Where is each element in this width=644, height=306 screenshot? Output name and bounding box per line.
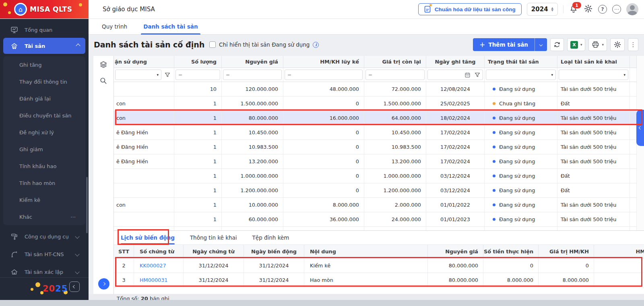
column-header[interactable]: Số chứng từ <box>134 245 184 258</box>
sidebar-subitem-đánh-giá-lại[interactable]: Đánh giá lại <box>3 90 85 107</box>
column-header[interactable]: Loại tài sản kê khai <box>557 56 630 68</box>
table-row[interactable]: ê Đăng Hiền113.200.000013.200.00017/02/2… <box>114 154 637 169</box>
column-header[interactable]: Số tiền thực hiện <box>483 245 539 258</box>
column-header[interactable]: HM/KH lũy kế <box>283 56 364 68</box>
sidebar-item-tong-quan[interactable]: Tổng quan <box>0 22 89 38</box>
table-row[interactable]: con110.000.0008.000.0002.000.00001/01/20… <box>114 198 637 212</box>
column-header[interactable]: Nguyên giá <box>428 245 483 258</box>
cell-5: 80.000.000 <box>428 273 483 287</box>
more-options-button[interactable]: ⋮ <box>628 38 638 51</box>
status-dot <box>493 131 495 134</box>
document-link[interactable]: HM000031 <box>134 273 184 287</box>
column-header[interactable]: Giá trị HM/KH <box>539 245 594 258</box>
filter-input[interactable]: = <box>223 70 282 80</box>
calendar-icon[interactable] <box>464 72 471 78</box>
sidebar-item-tài-sản-ht-cns[interactable]: Tài sản HT-CNS <box>0 245 89 263</box>
sidebar-subitem-kiểm-kê[interactable]: Kiểm kê <box>3 191 85 208</box>
search-button[interactable] <box>99 77 107 86</box>
fiscal-year-selector[interactable]: 2024 ▲▼ <box>527 3 558 16</box>
sidebar-item-tai-san[interactable]: Tài sản <box>3 38 85 54</box>
sidebar-collapse-button[interactable] <box>69 281 80 292</box>
status-dot <box>493 102 495 105</box>
caret-down-icon: ▾ <box>602 43 604 47</box>
filter-input[interactable]: = <box>175 70 220 80</box>
only-in-use-checkbox[interactable] <box>209 41 216 48</box>
sidebar-scrollbar[interactable] <box>86 177 88 233</box>
sidebar-subitem-ghi-giảm[interactable]: Ghi giảm <box>3 141 85 158</box>
cell-4: 13.200.000 <box>364 154 426 168</box>
sidebar-subitem-tính-khấu-hao[interactable]: Tính khấu hao <box>3 158 85 175</box>
status-cell: Đang sử dụng <box>485 140 557 154</box>
avatar[interactable] <box>626 3 638 15</box>
table-row[interactable]: ê Đăng Hiền110.983.500010.983.50017/02/2… <box>114 140 637 154</box>
funnel-icon[interactable] <box>165 72 170 78</box>
column-header[interactable]: Nguyên giá <box>222 56 283 68</box>
table-row[interactable]: 10120.000.00048.000.00072.000.00012/08/2… <box>114 82 637 97</box>
table-row[interactable]: 11.200.000.00001.200.000.00003/12/2024Đa… <box>114 183 637 198</box>
grid-settings-button[interactable] <box>610 38 625 51</box>
sidebar-item-công-cụ-dụng-cụ[interactable]: Công cụ dụng cụ <box>0 228 89 245</box>
filter-input[interactable] <box>427 70 483 80</box>
funnel-icon <box>475 72 480 78</box>
funnel-icon[interactable] <box>475 72 480 78</box>
more-menu-button[interactable]: ⋯ <box>612 5 621 14</box>
chevron-down-icon <box>75 269 79 274</box>
app-logo[interactable]: ⌂ MISA QLTS <box>0 0 89 18</box>
detail-tabs: Lịch sử biến động Thông tin kê khai Tệp … <box>114 231 644 245</box>
filter-input[interactable]: = <box>365 70 425 80</box>
sidebar-subitem-tính-hao-mòn[interactable]: Tính hao mòn <box>3 175 85 191</box>
sidebar-subitem-thay-đổi-thông-tin[interactable]: Thay đổi thông tin <box>3 73 85 90</box>
notifications-button[interactable]: 1 <box>569 4 578 14</box>
history-row[interactable]: 2KK00002731/12/202431/12/2024Kiểm kê80.0… <box>114 259 644 273</box>
tab-tep-dinh-kem[interactable]: Tệp đính kèm <box>252 231 289 245</box>
filter-input[interactable]: ▾ <box>559 70 628 80</box>
tab-thong-tin-ke-khai[interactable]: Thông tin kê khai <box>190 231 237 245</box>
column-header[interactable]: ận sử dụng <box>114 56 174 68</box>
cell-2: 1.200.000.000 <box>222 183 283 197</box>
table-row[interactable]: con180.000.00016.000.00064.000.00018/02/… <box>114 111 637 125</box>
sidebar-subitem-đề-nghị-xử-lý[interactable]: Đề nghị xử lý <box>3 124 85 141</box>
export-excel-button[interactable]: X ▾ <box>567 38 586 51</box>
sidebar-subitem-ghi-tăng[interactable]: Ghi tăng <box>3 56 85 73</box>
cell-0: 2 <box>114 259 134 273</box>
add-asset-dropdown[interactable] <box>535 38 547 51</box>
collapse-side-panel-handle[interactable] <box>636 110 644 146</box>
help-button[interactable]: ? <box>598 5 607 14</box>
column-header[interactable]: Giá trị còn lại <box>364 56 426 68</box>
cell-5: 18/02/2024 <box>426 111 485 125</box>
more-icon: ⋯ <box>70 214 76 220</box>
column-header[interactable]: HM <box>594 245 644 258</box>
normalize-data-button[interactable]: ★ Chuẩn hóa dữ liệu tài sản công <box>418 3 522 15</box>
expand-panel-button[interactable] <box>98 278 109 290</box>
table-row[interactable]: 140.000.00016.000.00024.000.00017/10/202… <box>114 227 637 230</box>
print-button[interactable]: ▾ <box>588 38 607 51</box>
tab-quy-trinh[interactable]: Quy trình <box>102 18 127 35</box>
sidebar-subitem-khác[interactable]: Khác⋯ <box>3 208 85 225</box>
year-spinner-icon[interactable]: ▲▼ <box>551 7 553 12</box>
column-header[interactable]: Số lượng <box>174 56 222 68</box>
column-header[interactable]: Nội dung <box>304 245 428 258</box>
column-header[interactable]: Ngày chứng từ <box>184 245 244 258</box>
table-row[interactable]: con11.500.000.00001.500.000.00025/02/202… <box>114 97 637 111</box>
sidebar-subitem-điều-chuyển-tài-sản[interactable]: Điều chuyển tài sản <box>3 107 85 124</box>
column-header[interactable]: Ngày ghi tăng <box>426 56 485 68</box>
tab-lich-su-bien-dong[interactable]: Lịch sử biến động <box>121 231 175 245</box>
column-header[interactable]: STT <box>114 245 134 258</box>
add-asset-button[interactable]: +Thêm tài sản <box>473 38 535 51</box>
history-row[interactable]: 3HM00003131/12/202431/12/2024Hao mòn80.0… <box>114 273 644 288</box>
info-icon[interactable]: i <box>313 42 319 48</box>
column-header[interactable]: Trạng thái tài sản <box>485 56 557 68</box>
refresh-button[interactable] <box>550 38 564 51</box>
tab-danh-sach-tai-san[interactable]: Danh sách tài sản <box>143 18 198 35</box>
document-link[interactable]: KK000027 <box>134 259 184 273</box>
table-row[interactable]: ê Đăng Hiền110.450.000010.450.00017/02/2… <box>114 125 637 140</box>
column-header[interactable]: Ngày biến động <box>244 245 304 258</box>
table-row[interactable]: 11.000.000.00001.000.000.00003/12/2024Đa… <box>114 169 637 183</box>
column-header[interactable] <box>630 56 637 68</box>
settings-button[interactable] <box>584 4 593 15</box>
filter-input[interactable]: ▾ <box>115 70 161 80</box>
filter-input[interactable]: ▾ <box>486 70 556 80</box>
table-row[interactable]: 160.000.00036.000.00024.000.00001/01/202… <box>114 212 637 227</box>
filter-input[interactable]: = <box>285 70 363 80</box>
layers-button[interactable] <box>99 61 107 70</box>
